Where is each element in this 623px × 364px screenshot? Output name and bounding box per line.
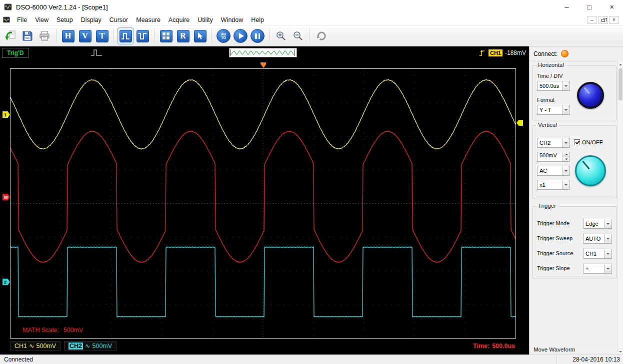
- restore-icon: [602, 19, 605, 22]
- pulse-positive-button[interactable]: [118, 27, 134, 44]
- trigger-position-marker[interactable]: [260, 62, 266, 68]
- print-icon: [38, 30, 50, 42]
- scroll-up-icon[interactable]: [618, 61, 623, 68]
- save-button[interactable]: [20, 27, 36, 44]
- chevron-down-icon: [562, 81, 570, 90]
- trigger-slope-select[interactable]: +: [583, 264, 612, 274]
- math-scale-readout: MATH Scale:500mV: [22, 327, 83, 334]
- cursor-arrow-icon: [194, 30, 206, 42]
- trigger-mode-label: Trigger Mode: [537, 220, 570, 226]
- move-waveform-label: Move Waveform: [534, 347, 575, 353]
- waveform-canvas[interactable]: [10, 69, 516, 338]
- rising-edge-icon: [478, 49, 486, 57]
- refresh-button[interactable]: [314, 27, 330, 44]
- grid-squares-icon: [160, 30, 172, 42]
- time-measure-button[interactable]: T: [94, 27, 110, 44]
- menu-item-measure[interactable]: Measure: [132, 15, 164, 25]
- run-button[interactable]: [232, 27, 248, 44]
- connect-led-icon: [561, 50, 568, 57]
- horizontal-time-knob[interactable]: [577, 82, 604, 109]
- probe-attenuation-select[interactable]: x1: [537, 180, 570, 190]
- print-button[interactable]: [36, 27, 52, 44]
- record-button[interactable]: R: [175, 27, 191, 44]
- menu-item-file[interactable]: File: [13, 15, 31, 25]
- autoset-button[interactable]: AUTO: [216, 27, 232, 44]
- waveform-display[interactable]: [10, 68, 516, 339]
- panel-scrollbar[interactable]: [618, 61, 623, 355]
- menu-item-cursor[interactable]: Cursor: [106, 15, 132, 25]
- t-letter-icon: T: [96, 30, 108, 42]
- menu-item-help[interactable]: Help: [247, 15, 268, 25]
- trigger-source-select[interactable]: CH1: [583, 249, 612, 259]
- waveform-preview[interactable]: [229, 48, 297, 57]
- time-div-label: Time / DIV: [537, 73, 563, 79]
- open-button[interactable]: [2, 27, 18, 44]
- connection-status: Connected: [4, 356, 33, 363]
- close-button[interactable]: ×: [600, 0, 623, 14]
- autoset-icon: AUTO: [216, 29, 230, 43]
- spin-down-icon[interactable]: [563, 157, 570, 162]
- math-ground-marker[interactable]: M: [2, 194, 10, 200]
- pulse-indicator-icon: [90, 47, 103, 57]
- chevron-down-icon: [604, 219, 612, 228]
- mdi-restore-button[interactable]: [598, 16, 608, 24]
- trigger-sweep-select[interactable]: AUTO: [583, 234, 612, 244]
- ch1-ground-marker[interactable]: 1: [2, 111, 10, 118]
- timebase-readout: Time:500.0us: [473, 341, 515, 351]
- vertical-group: Vertical CH2 ON/OFF 500mV AC x1: [532, 125, 616, 199]
- format-select[interactable]: Y - T: [537, 105, 570, 115]
- minimize-button[interactable]: –: [556, 0, 578, 14]
- ch1-coupling-icon: ∿: [29, 342, 34, 350]
- window-title: DSO-6000 Ver2.1.24 - [Scope1]: [16, 3, 108, 11]
- cursor-tool-button[interactable]: [192, 27, 208, 44]
- scrollbar-thumb[interactable]: [618, 68, 622, 100]
- time-div-select[interactable]: 500.0us: [537, 81, 570, 91]
- zoom-in-icon: [275, 30, 287, 42]
- window-controls: – □ ×: [556, 0, 623, 14]
- zoom-out-icon: [292, 30, 304, 42]
- connect-status: Connect:: [534, 50, 568, 57]
- save-icon: [22, 30, 34, 42]
- coupling-select[interactable]: AC: [537, 166, 570, 176]
- channel-select[interactable]: CH2: [537, 138, 570, 148]
- panel-divider: [530, 61, 618, 61]
- channel-onoff-checkbox[interactable]: ON/OFF: [574, 139, 603, 145]
- mdi-close-button[interactable]: ×: [609, 16, 619, 24]
- ch2-readout[interactable]: CH2∿500mV: [64, 341, 116, 351]
- app-window: DSO-6000 Ver2.1.24 - [Scope1] – □ × File…: [0, 0, 623, 364]
- trigger-level-readout: -188mV: [505, 49, 526, 56]
- horizontal-measure-button[interactable]: H: [60, 27, 76, 44]
- vertical-measure-button[interactable]: V: [77, 27, 93, 44]
- mdi-minimize-button[interactable]: –: [587, 16, 597, 24]
- maximize-button[interactable]: □: [578, 0, 600, 14]
- channel-scale-spinner[interactable]: 500mV: [537, 152, 570, 162]
- zoom-in-button[interactable]: [273, 27, 289, 44]
- trigger-mode-select[interactable]: Edge: [583, 219, 612, 229]
- toolbar-separator: [56, 29, 56, 43]
- menu-item-window[interactable]: Window: [217, 15, 247, 25]
- zoom-out-button[interactable]: [290, 27, 306, 44]
- pause-button[interactable]: [250, 27, 266, 44]
- menu-item-utility[interactable]: Utility: [194, 15, 217, 25]
- trigger-status-badge: Trig'D: [2, 48, 29, 58]
- ch2-coupling-icon: ∿: [85, 342, 90, 350]
- play-icon: [234, 29, 248, 43]
- scroll-down-icon[interactable]: [618, 348, 623, 355]
- ch1-readout[interactable]: CH1∿500mV: [10, 341, 60, 351]
- self-calibration-button[interactable]: [158, 27, 174, 44]
- menu-item-acquire[interactable]: Acquire: [164, 15, 194, 25]
- menu-item-setup[interactable]: Setup: [52, 15, 77, 25]
- pulse-negative-button[interactable]: [134, 27, 150, 44]
- spin-up-icon[interactable]: [563, 152, 570, 157]
- chevron-down-icon: [562, 180, 570, 189]
- pulse-positive-icon: [120, 30, 132, 42]
- chevron-down-icon: [604, 234, 612, 243]
- toolbar: H V T R AUTO: [0, 26, 623, 46]
- menu-item-view[interactable]: View: [31, 15, 52, 25]
- toolbar-separator: [154, 29, 154, 43]
- trigger-level-marker[interactable]: [516, 120, 523, 126]
- ch2-ground-marker[interactable]: 2: [2, 279, 10, 285]
- chevron-down-icon: [562, 105, 570, 114]
- vertical-scale-knob[interactable]: [575, 155, 606, 186]
- menu-item-display[interactable]: Display: [77, 15, 106, 25]
